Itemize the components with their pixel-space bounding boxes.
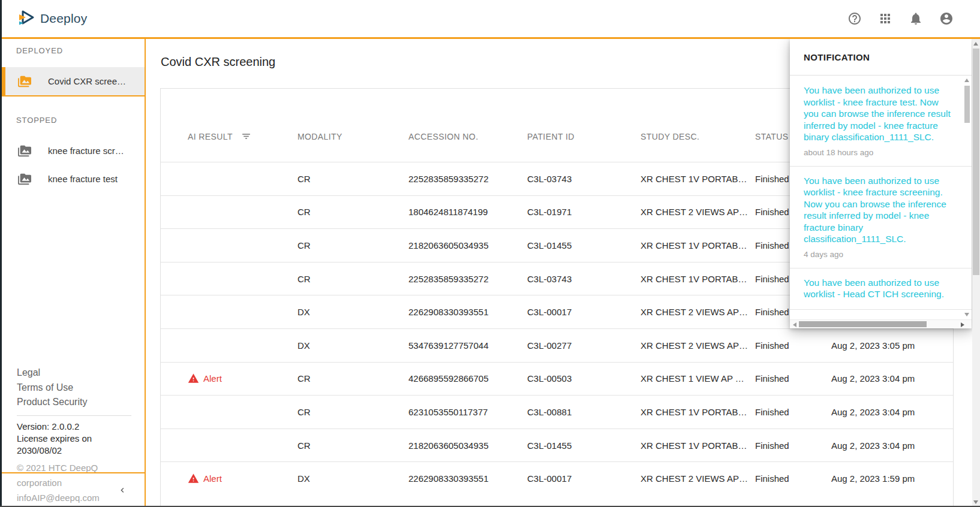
notification-message[interactable]: You have been authorized to use worklist… [804,84,955,143]
cell-patient-id: C3L-00277 [527,340,641,351]
scroll-up-arrow-icon[interactable] [964,79,969,82]
cell-date: Aug 2, 2023 3:04 pm [831,373,953,384]
apps-grid-icon[interactable] [878,11,892,26]
media-folder-icon [18,144,31,158]
notification-panel-title: NOTIFICATION [790,39,972,76]
cell-date: Aug 2, 2023 1:59 pm [831,473,953,484]
notification-panel: NOTIFICATION You have been authorized to… [790,39,972,328]
legal-link[interactable]: Legal [17,366,131,381]
page-title: Covid CXR screening [161,55,275,69]
vertical-scrollbar-thumb[interactable] [964,86,970,123]
top-bar: Deeploy [0,0,980,39]
notifications-bell-icon[interactable] [909,11,923,26]
cell-modality: DX [297,307,408,317]
alert-label: Alert [203,373,222,384]
cell-modality: CR [297,274,408,284]
account-icon[interactable] [939,11,954,26]
table-row[interactable]: CR2182063605034935C3L-01455XR CHEST 1V P… [161,428,953,462]
horizontal-scrollbar-thumb[interactable] [799,321,927,327]
notification-message[interactable]: You have been authorized to use worklist… [804,277,955,300]
cell-study-desc: XR CHEST 1V PORTAB… [641,440,755,451]
cell-accession-no: 2252835859335272 [408,174,527,184]
cell-patient-id: C3L-00017 [527,307,641,317]
column-header-modality: MODALITY [297,132,408,141]
alert-badge: Alert [188,373,297,384]
sidebar-item-knee-fracture-screening[interactable]: knee fracture scr… [2,137,145,165]
cell-accession-no: 2182063605034935 [408,440,527,451]
cell-modality: CR [297,407,408,417]
cell-date: Aug 2, 2023 3:04 pm [831,407,953,417]
cell-modality: CR [297,440,408,451]
product-security-link[interactable]: Product Security [17,395,131,410]
sidebar-item-covid-cxr-screening[interactable]: Covid CXR scree… [2,67,145,95]
app-window: Deeploy DEPLOYED Covid CXR scree… [0,0,980,507]
notification-item[interactable]: You have been authorized to use worklist… [790,167,972,268]
column-header-accession-no: ACCESSION NO. [408,132,527,141]
table-row[interactable]: AlertCR4266895592866705C3L-00503XR CHEST… [161,362,953,396]
cell-study-desc: XR CHEST 1 VIEW AP … [641,373,755,384]
cell-status: Finished [755,473,831,484]
scroll-right-arrow-icon[interactable] [961,322,964,327]
sidebar: DEPLOYED Covid CXR scree… STOPPED knee f… [2,39,146,507]
version-text: Version: 2.0.0.2 [17,421,131,433]
cell-status: Finished [755,440,831,451]
page-scrollbar-thumb[interactable] [973,49,979,275]
cell-status: Finished [755,340,831,351]
sidebar-item-label: Covid CXR scree… [48,76,126,86]
column-header-patient-id: PATIENT ID [527,132,641,141]
license-text: License expires on 2030/08/02 [17,433,131,457]
cell-study-desc: XR CHEST 1V PORTAB… [641,407,755,417]
deeploy-logo-icon [18,9,35,28]
deployed-section-divider [2,95,145,96]
cell-patient-id: C3L-03743 [527,174,641,184]
notification-item[interactable]: You have been authorized to use worklist… [790,268,972,310]
cell-accession-no: 2252835859335272 [408,274,527,284]
sidebar-item-label: knee fracture scr… [48,146,124,156]
warning-triangle-icon [188,473,199,484]
cell-patient-id: C3L-00503 [527,373,641,384]
cell-study-desc: XR CHEST 2 VIEWS AP… [641,340,755,351]
cell-study-desc: XR CHEST 2 VIEWS AP… [641,207,755,217]
app-logo[interactable]: Deeploy [18,9,87,28]
sidebar-item-knee-fracture-test[interactable]: knee fracture test [2,165,145,193]
terms-of-use-link[interactable]: Terms of Use [17,381,131,396]
cell-study-desc: XR CHEST 1V PORTAB… [641,240,755,251]
media-folder-icon [18,173,31,186]
page-vertical-scrollbar[interactable] [972,39,980,507]
scroll-up-arrow-icon[interactable] [973,42,978,46]
notification-item[interactable]: You have been authorized to use worklist… [790,76,972,167]
cell-accession-no: 2182063605034935 [408,240,527,251]
filter-icon[interactable] [241,131,251,141]
cell-modality: CR [297,240,408,251]
cell-patient-id: C3L-01971 [527,207,641,217]
cell-ai-result: Alert [161,473,297,484]
notification-list: You have been authorized to use worklist… [790,76,972,319]
cell-date: Aug 2, 2023 3:04 pm [831,440,953,451]
sidebar-item-label: knee fracture test [48,174,118,184]
scroll-left-arrow-icon[interactable] [793,322,796,327]
cell-study-desc: XR CHEST 2 VIEWS AP… [641,473,755,484]
sidebar-section-deployed: DEPLOYED [16,46,63,55]
notification-vertical-scrollbar[interactable] [964,77,970,318]
cell-accession-no: 6231053550117377 [408,407,527,417]
notification-horizontal-scrollbar[interactable] [790,319,972,328]
help-icon[interactable] [847,11,862,26]
cell-date: Aug 2, 2023 3:05 pm [831,340,953,351]
alert-badge: Alert [188,473,297,484]
top-bar-actions [847,0,954,37]
notification-message[interactable]: You have been authorized to use worklist… [804,175,955,245]
collapse-sidebar-chevron-left-icon[interactable] [115,482,130,498]
notification-timestamp: about 18 hours ago [804,148,946,157]
scroll-down-arrow-icon[interactable] [973,500,978,504]
table-row[interactable]: CR6231053550117377C3L-00881XR CHEST 1V P… [161,395,953,428]
scroll-down-arrow-icon[interactable] [964,313,969,316]
notification-timestamp: 4 days ago [804,250,946,259]
cell-accession-no: 5347639127757044 [408,340,527,351]
cell-ai-result: Alert [161,373,297,384]
table-row[interactable]: DX5347639127757044C3L-00277XR CHEST 2 VI… [161,328,953,362]
table-row[interactable]: AlertDX2262908330393551C3L-00017XR CHEST… [161,461,953,495]
column-header-study-desc: STUDY DESC. [641,132,755,141]
alert-label: Alert [203,473,222,484]
warning-triangle-icon [188,373,199,384]
cell-modality: CR [297,174,408,184]
